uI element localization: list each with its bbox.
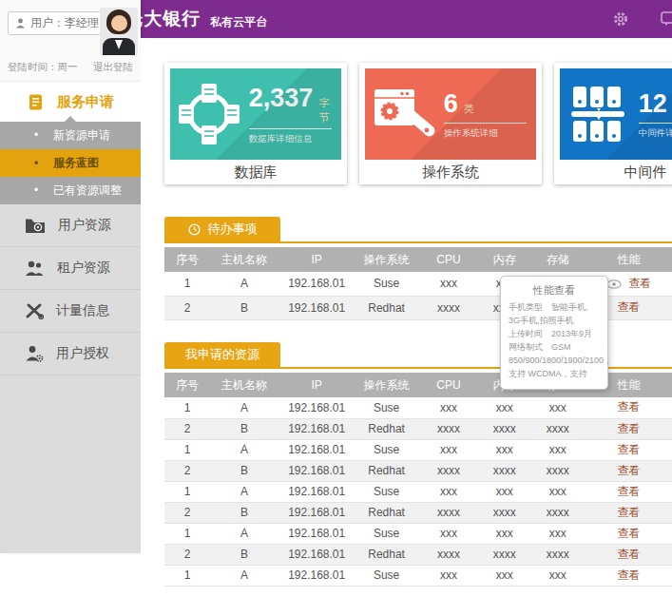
view-link[interactable]: 查看 [618,548,641,561]
cell-storage: xxxx [529,460,586,481]
database-detail-link[interactable]: 数据库详细信息 [249,133,332,145]
os-card[interactable]: 6 类 操作系统详细 操作系统 [359,63,542,184]
submenu-item[interactable]: • 已有资源调整 [0,177,141,204]
my-resources-table: 序号主机名称IP操作系统CPU内存存储性能 1 A 192.168.01 Sus… [164,373,672,587]
cell-seq: 1 [164,481,210,502]
login-row: 登陆时间：周一 退出登陆 [8,61,133,74]
cell-ip: 192.168.01 [278,397,355,418]
service-request-label: 服务申请 [57,93,114,111]
view-link[interactable]: 查看 [618,422,641,435]
divider [444,123,527,124]
tooltip-field-label: 网络制式 [509,342,543,352]
sidebar-item-metering-info[interactable]: 计量信息 [0,290,141,333]
logout-link[interactable]: 退出登陆 [93,61,133,74]
middleware-detail-link[interactable]: 中间件详细信息 [639,127,672,140]
submenu-item[interactable]: • 服务蓝图 [0,149,141,177]
cell-os: Redhat [355,296,418,319]
sidebar-item-label: 租户资源 [57,260,110,277]
sidebar-item-label: 计量信息 [56,302,109,319]
cell-cpu: xxx [418,439,479,460]
sidebar-item-tenant-resources[interactable]: 租户资源 [0,247,141,290]
cell-cpu: xxx [418,523,479,544]
database-card[interactable]: 2,337 字节 数据库详细信息 数据库 [164,63,347,184]
gear-icon[interactable] [613,11,628,27]
view-link[interactable]: 查看 [618,300,641,314]
submenu-item-label: 服务蓝图 [53,156,99,169]
cell-memory: xxx [479,565,529,586]
cell-ip: 192.168.01 [278,296,355,319]
performance-tooltip: 性能查看 手机类型智能手机, 3G手机,拍照手机 上传时间2013年9月 网络制… [500,276,608,390]
sidebar-item-label: 用户资源 [58,217,111,234]
cell-os: Suse [355,272,418,296]
todo-table-header: 序号主机名称IP操作系统CPU内存存储性能 [164,247,672,272]
cell-memory: xxxx [479,502,529,523]
sidebar: 用户：李经理 登陆时间：周一 退出登陆 服务申请 [0,0,141,553]
cell-ip: 192.168.01 [278,523,355,544]
sidebar-item-user-resources[interactable]: 用户资源 [0,204,141,247]
middleware-card-info: 12 中间件详细信息 [639,68,672,160]
tab-my-resources-label: 我申请的资源 [185,346,259,363]
column-header: 序号 [164,373,210,397]
cell-performance: 查看 [586,502,672,523]
cell-seq: 1 [164,523,210,544]
middleware-card[interactable]: 12 中间件详细信息 中间件 [554,63,672,184]
view-link[interactable]: 查看 [618,443,641,456]
screen: Bank 中国光大银行 私有云平台 [0,0,672,616]
middleware-count: 12 [639,89,667,119]
cell-os: Suse [355,397,418,418]
cell-cpu: xxxx [418,544,479,565]
cell-storage: xxx [529,481,586,502]
view-link[interactable]: 查看 [618,464,641,477]
cell-seq: 1 [164,272,210,296]
cell-storage: xxxx [529,502,586,523]
user-panel: 用户：李经理 登陆时间：周一 退出登陆 [0,0,141,82]
column-header: CPU [418,247,479,272]
tooltip-field-value: 2013年9月 [551,329,592,338]
cell-memory: xxx [479,439,529,460]
tooltip-title: 性能查看 [509,282,600,298]
my-resources-table-body: 1 A 192.168.01 Suse xxx xxx xxx 查看 [164,397,672,586]
os-card-visual: 6 类 操作系统详细 [365,68,536,160]
avatar-face [111,15,127,31]
table-row: 1 A 192.168.01 Suse xxx xxx xxx 查看 [164,397,672,418]
submenu-item-label: 已有资源调整 [53,183,122,197]
cell-storage: xxx [529,439,586,460]
message-icon[interactable] [661,11,672,27]
eye-icon [606,279,622,289]
cell-os: Suse [355,439,418,460]
cell-cpu: xxx [418,272,479,296]
cell-performance: 查看 [586,481,672,502]
divider [249,128,332,129]
cell-memory: xxxx [479,418,529,439]
cell-ip: 192.168.01 [278,544,355,565]
view-link[interactable]: 查看 [618,568,641,582]
view-link[interactable]: 查看 [618,527,641,540]
os-detail-link[interactable]: 操作系统详细 [444,127,527,140]
view-link[interactable]: 查看 [618,485,641,498]
user-icon [15,18,26,29]
database-cluster-icon [170,68,249,160]
table-row: 2 B 192.168.01 Redhat xxxx xxxx xxxx 查看 [164,544,672,565]
tab-my-resources[interactable]: 我申请的资源 [164,342,280,367]
cell-host: B [210,418,278,439]
os-card-info: 6 类 操作系统详细 [444,68,536,160]
tab-todo[interactable]: 待办事项 [164,217,280,241]
cell-seq: 2 [164,296,210,319]
view-link[interactable]: 查看 [628,277,651,290]
cell-seq: 1 [164,565,210,586]
view-link[interactable]: 查看 [618,506,641,519]
submenu-item[interactable]: • 新资源申请 [0,122,141,149]
view-link[interactable]: 查看 [618,400,641,414]
table-row: 1 A 192.168.01 Suse xxx xxx xxx 查看 [164,439,672,460]
cell-host: B [210,296,278,319]
submenu: • 新资源申请 • 服务蓝图 • 已有资源调整 [0,122,141,204]
column-header: 序号 [164,247,210,272]
cell-performance: 查看 [586,397,672,418]
column-header: 主机名称 [210,373,278,397]
cell-performance: 查看 [586,565,672,586]
column-header: 存储 [529,247,586,272]
cell-cpu: xxxx [418,418,479,439]
column-header: 内存 [479,247,529,272]
sidebar-item-user-authorization[interactable]: 用户授权 [0,333,141,375]
cell-memory: xxx [479,523,529,544]
